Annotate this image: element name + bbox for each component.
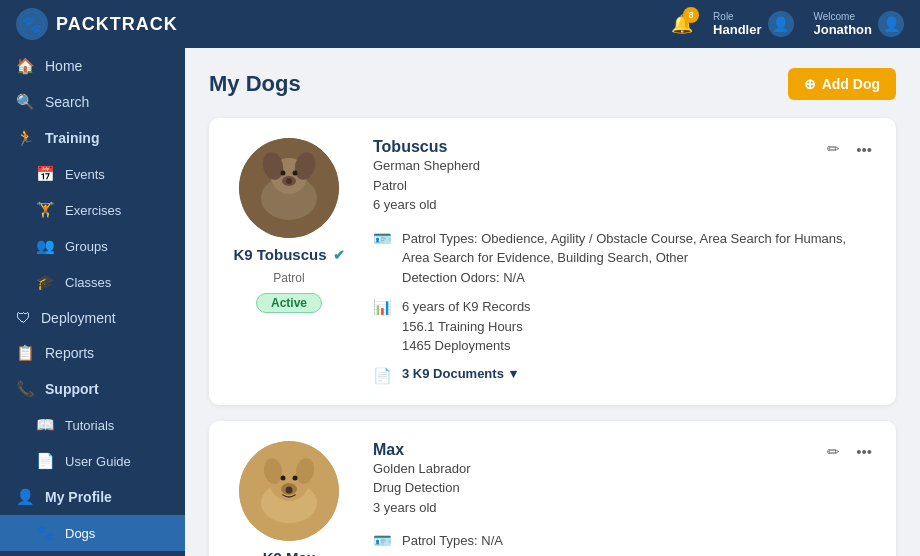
dog-breed-max: Golden Labrador [373,459,471,479]
groups-icon: 👥 [36,237,55,255]
more-options-tobuscus-button[interactable]: ••• [852,139,876,160]
patrol-types-text-max: Patrol Types: N/A Detection Odors: Drugs… [402,531,658,556]
svg-point-8 [286,178,292,184]
documents-row-tobuscus: 📄 3 K9 Documents ▾ [373,366,876,385]
sidebar-item-exercises[interactable]: 🏋 Exercises [0,192,185,228]
dog-info-top-tobuscus: Tobuscus German Shepherd Patrol 6 years … [373,138,876,215]
user-avatar-icon: 👤 [878,11,904,37]
dog-info-top-max: Max Golden Labrador Drug Detection 3 yea… [373,441,876,518]
sidebar-item-home[interactable]: 🏠 Home [0,48,185,84]
welcome-label: Welcome [814,11,873,22]
sidebar-item-deployment-label: Deployment [41,310,116,326]
dog-basic-max: Max Golden Labrador Drug Detection 3 yea… [373,441,471,518]
support-icon: 📞 [16,380,35,398]
notification-badge: 8 [683,7,699,23]
patrol-types-row-tobuscus: 🪪 Patrol Types: Obedience, Agility / Obs… [373,229,876,288]
dog-card-tobuscus: K9 Tobuscus ✔ Patrol Active Tobuscus Ger… [209,118,896,405]
dog-avatar-section-tobuscus: K9 Tobuscus ✔ Patrol Active [229,138,349,313]
svg-point-6 [293,171,298,176]
edit-dog-max-button[interactable]: ✏ [823,441,844,463]
sidebar-item-reports-label: Reports [45,345,94,361]
sidebar-item-my-profile[interactable]: 👤 My Profile [0,479,185,515]
patrol-types-row-max: 🪪 Patrol Types: N/A Detection Odors: Dru… [373,531,876,556]
svg-point-15 [293,475,298,480]
sidebar-item-training-label: Training [45,130,99,146]
sidebar-item-custom-entries[interactable]: ⚙ Custom Entries [0,551,185,556]
dog-details-tobuscus: 🪪 Patrol Types: Obedience, Agility / Obs… [373,229,876,385]
edit-dog-tobuscus-button[interactable]: ✏ [823,138,844,160]
add-dog-button[interactable]: ⊕ Add Dog [788,68,896,100]
sidebar-item-groups[interactable]: 👥 Groups [0,228,185,264]
page-title: My Dogs [209,71,301,97]
header-right: 🔔 8 Role Handler 👤 Welcome Jonathon 👤 [671,11,904,37]
dog-name-text-tobuscus: K9 Tobuscus [233,246,326,263]
records-icon: 📊 [373,298,392,316]
deployment-icon: 🛡 [16,309,31,326]
app-layout: 🏠 Home 🔍 Search 🏃 Training 📅 Events 🏋 Ex… [0,48,920,556]
sidebar-item-deployment[interactable]: 🛡 Deployment [0,300,185,335]
classes-icon: 🎓 [36,273,55,291]
dog-role-tobuscus: Patrol [273,271,304,285]
dog-full-name-tobuscus: Tobuscus [373,138,480,156]
training-hours-tobuscus: 156.1 Training Hours [402,319,523,334]
sidebar-item-dogs[interactable]: 🐾 Dogs [0,515,185,551]
dog-name-text-max: K9 Max [263,549,316,557]
dog-actions-max: ✏ ••• [823,441,876,463]
sidebar-item-events-label: Events [65,167,105,182]
verified-badge-tobuscus: ✔ [333,247,345,263]
svg-point-5 [281,171,286,176]
search-icon: 🔍 [16,93,35,111]
detection-odors-max: Detection Odors: Drugs, Drug Paraphernal… [402,553,658,557]
sidebar-item-user-guide[interactable]: 📄 User Guide [0,443,185,479]
sidebar-item-classes-label: Classes [65,275,111,290]
role-icon: 👤 [768,11,794,37]
sidebar-item-training[interactable]: 🏃 Training [0,120,185,156]
app-header: 🐾 PACKTRACK 🔔 8 Role Handler 👤 Welcome J… [0,0,920,48]
sidebar-item-reports[interactable]: 📋 Reports [0,335,185,371]
dog-age-tobuscus: 6 years old [373,195,480,215]
svg-point-14 [281,475,286,480]
patrol-icon-max: 🪪 [373,532,392,550]
records-row-tobuscus: 📊 6 years of K9 Records 156.1 Training H… [373,297,876,356]
dogs-icon: 🐾 [36,524,55,542]
dog-full-name-max: Max [373,441,471,459]
active-status-tobuscus: Active [256,293,322,313]
sidebar-item-groups-label: Groups [65,239,108,254]
dog-avatar-tobuscus [239,138,339,238]
sidebar-item-support[interactable]: 📞 Support [0,371,185,407]
documents-button-tobuscus[interactable]: 3 K9 Documents ▾ [402,366,517,381]
main-content: My Dogs ⊕ Add Dog [185,48,920,556]
username: Jonathon [814,22,873,37]
logo-icon: 🐾 [16,8,48,40]
dog-details-max: 🪪 Patrol Types: N/A Detection Odors: Dru… [373,531,876,556]
app-name: PACKTRACK [56,14,178,35]
sidebar-item-support-label: Support [45,381,99,397]
role-value: Handler [713,22,761,37]
chevron-down-icon: ▾ [510,366,517,381]
plus-icon: ⊕ [804,76,816,92]
records-text-tobuscus: 6 years of K9 Records 156.1 Training Hou… [402,297,531,356]
exercises-icon: 🏋 [36,201,55,219]
deployments-tobuscus: 1465 Deployments [402,338,510,353]
dog-actions-tobuscus: ✏ ••• [823,138,876,160]
dog-type-tobuscus: Patrol [373,176,480,196]
more-options-max-button[interactable]: ••• [852,441,876,462]
role-label: Role [713,11,761,22]
sidebar-item-user-guide-label: User Guide [65,454,131,469]
notification-button[interactable]: 🔔 8 [671,13,693,35]
sidebar-item-search[interactable]: 🔍 Search [0,84,185,120]
page-header: My Dogs ⊕ Add Dog [209,68,896,100]
dog-avatar-section-max: K9 Max Drug Detection [229,441,349,557]
reports-icon: 📋 [16,344,35,362]
sidebar-item-classes[interactable]: 🎓 Classes [0,264,185,300]
my-profile-icon: 👤 [16,488,35,506]
user-guide-icon: 📄 [36,452,55,470]
sidebar-item-dogs-label: Dogs [65,526,95,541]
k9-records-tobuscus: 6 years of K9 Records [402,299,531,314]
sidebar-item-events[interactable]: 📅 Events [0,156,185,192]
training-icon: 🏃 [16,129,35,147]
sidebar-item-tutorials-label: Tutorials [65,418,114,433]
sidebar-item-tutorials[interactable]: 📖 Tutorials [0,407,185,443]
dog-info-tobuscus: Tobuscus German Shepherd Patrol 6 years … [373,138,876,385]
role-user-section: Role Handler 👤 [713,11,793,37]
